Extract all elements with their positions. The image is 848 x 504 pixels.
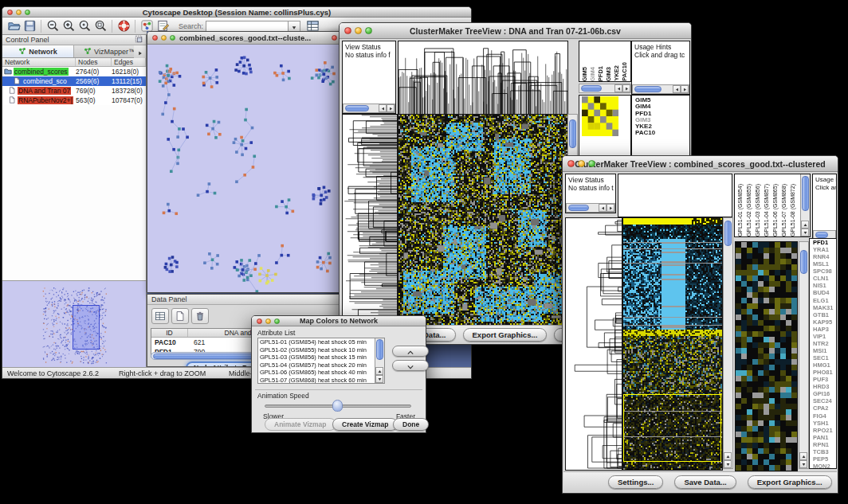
minimize-button[interactable] — [161, 35, 167, 41]
scroll-down-icon[interactable] — [375, 375, 383, 383]
heatmap-vscrollbar[interactable] — [723, 217, 733, 469]
gene-label[interactable]: HAP3 — [811, 326, 836, 333]
minimize-button[interactable] — [16, 10, 22, 15]
gene-label[interactable]: MSL1 — [811, 260, 836, 268]
zoom-button[interactable] — [274, 318, 280, 324]
column-label[interactable]: YKE2 — [613, 65, 621, 81]
gene-label[interactable]: TCB3 — [811, 448, 836, 455]
attribute-option[interactable]: GPL51-02 (GSM855) heat shock 10 min — [258, 346, 375, 354]
treeview-button[interactable]: Save Data... — [674, 475, 736, 489]
scroll-left-icon[interactable] — [614, 84, 622, 92]
treeview-button[interactable]: Settings... — [608, 475, 663, 489]
gene-label[interactable]: SEC1 — [811, 354, 836, 361]
column-label[interactable]: GPL51-02 (GSM855) — [744, 184, 753, 236]
close-button[interactable] — [152, 35, 158, 41]
genelist-vscrollbar[interactable] — [799, 241, 809, 469]
gene-label[interactable]: PUF3 — [811, 376, 836, 383]
row-dendrogram-canvas[interactable] — [565, 217, 622, 471]
gene-label[interactable]: PHO81 — [811, 369, 836, 376]
gene-label[interactable]: HMG1 — [811, 361, 836, 369]
column-label[interactable]: GPL51-01 (GSM854) — [736, 184, 744, 236]
minimize-button[interactable] — [355, 27, 362, 34]
scroll-right-icon[interactable] — [387, 104, 395, 112]
column-label[interactable]: PFD1 — [597, 66, 605, 81]
gene-label[interactable]: VIP1 — [811, 333, 836, 340]
birdseye-view[interactable] — [2, 280, 146, 367]
treeview-button[interactable]: Export Graphics... — [748, 475, 832, 489]
network-list-row[interactable]: combined_scores 2764(0) 16218(0) — [2, 67, 146, 76]
gene-label[interactable]: RNR4 — [811, 253, 836, 260]
scroll-up-icon[interactable] — [375, 367, 383, 375]
zoom-fit-icon[interactable] — [92, 18, 108, 34]
global-heatmap-canvas[interactable] — [622, 217, 723, 471]
labels-hscrollbar[interactable] — [579, 84, 631, 93]
gene-label[interactable]: KAP95 — [811, 318, 836, 326]
scrollbar-thumb[interactable] — [345, 105, 369, 111]
gene-label[interactable]: GTB1 — [811, 311, 836, 318]
minimize-button[interactable] — [265, 318, 271, 324]
zoom-heatmap-canvas[interactable] — [735, 241, 798, 471]
network-view-titlebar[interactable]: combined_scores_good.txt--cluste... — [147, 32, 343, 45]
speed-slider-thumb[interactable] — [332, 400, 343, 412]
gene-label[interactable]: MSI1 — [811, 347, 836, 354]
treeview-combined-titlebar[interactable]: ClusterMaker TreeView : combined_scores_… — [563, 156, 838, 172]
close-button[interactable] — [332, 35, 337, 41]
zoom-selected-icon[interactable] — [77, 18, 92, 34]
gene-label[interactable]: YRA1 — [811, 246, 836, 253]
zoom-button[interactable] — [365, 27, 372, 34]
scroll-right-icon[interactable] — [622, 84, 630, 92]
column-label[interactable]: GPL51-07 (GSM868) — [779, 184, 788, 236]
gene-label[interactable]: NTR2 — [811, 340, 836, 347]
attribute-option[interactable]: GPL51-07 (GSM868) heat shock 60 min — [258, 377, 375, 383]
tab[interactable]: Network — [2, 45, 74, 57]
help-icon[interactable] — [116, 18, 132, 34]
col-header-nodes[interactable]: Nodes — [76, 58, 112, 66]
save-session-icon[interactable] — [22, 18, 37, 34]
scrollbar-thumb[interactable] — [569, 119, 576, 148]
gene-label[interactable]: CLN1 — [811, 275, 836, 282]
zoom-in-icon[interactable] — [61, 18, 77, 34]
gene-label[interactable]: SEC24 — [811, 397, 836, 404]
scroll-down-icon[interactable] — [799, 460, 807, 468]
scrollbar-thumb[interactable] — [634, 86, 662, 92]
scroll-right-icon[interactable] — [681, 85, 689, 93]
done-button[interactable]: Done — [393, 418, 429, 431]
gene-label[interactable]: PAN1 — [811, 434, 836, 441]
gene-label[interactable]: BUD4 — [811, 289, 836, 296]
scroll-left-icon[interactable] — [379, 104, 387, 112]
gene-label[interactable]: PEP5 — [811, 455, 836, 463]
gene-label[interactable]: MAK31 — [811, 304, 836, 311]
col-header-edges[interactable]: Edges — [112, 58, 146, 66]
minimize-button[interactable] — [578, 160, 585, 167]
global-heatmap-canvas[interactable] — [398, 114, 568, 327]
view-status-hscrollbar[interactable] — [343, 104, 395, 113]
scrollbar-thumb[interactable] — [581, 85, 602, 92]
close-button[interactable] — [7, 10, 13, 15]
new-attribute-icon[interactable] — [171, 308, 189, 324]
usage-hints-hscrollbar[interactable] — [632, 84, 689, 94]
scroll-up-icon[interactable] — [799, 452, 807, 460]
network-list-row[interactable]: combined_sco 2569(6) 13112(15) — [2, 76, 146, 86]
row-dendrogram-canvas[interactable] — [342, 114, 398, 327]
treeview-dna-titlebar[interactable]: ClusterMaker TreeView : DNA and Tran 07-… — [340, 23, 691, 39]
zoom-out-icon[interactable] — [45, 18, 61, 34]
view-status-hscrollbar[interactable] — [566, 203, 615, 213]
gene-label[interactable]: YSH1 — [811, 420, 836, 427]
scroll-down-icon[interactable] — [801, 229, 809, 236]
attribute-option[interactable]: GPL51-01 (GSM854) heat shock 05 min — [258, 338, 375, 346]
scrollbar-thumb[interactable] — [568, 205, 589, 211]
zoom-heatmap-canvas[interactable] — [582, 96, 618, 136]
scrollbar-thumb[interactable] — [376, 339, 383, 360]
gene-label[interactable]: FIG4 — [811, 412, 836, 420]
gene-label[interactable]: HRD3 — [811, 383, 836, 390]
scrollbar-thumb[interactable] — [802, 176, 809, 211]
scrollbar-thumb[interactable] — [800, 250, 807, 274]
attribute-list-vscrollbar[interactable] — [375, 338, 384, 383]
tab-overflow-button[interactable] — [134, 45, 146, 58]
scroll-left-icon[interactable] — [599, 204, 607, 212]
move-down-button[interactable] — [392, 360, 429, 371]
column-label[interactable]: PAC10 — [621, 62, 629, 81]
zoom-button[interactable] — [170, 35, 175, 41]
close-button[interactable] — [344, 27, 351, 34]
scroll-up-icon[interactable] — [801, 221, 809, 229]
